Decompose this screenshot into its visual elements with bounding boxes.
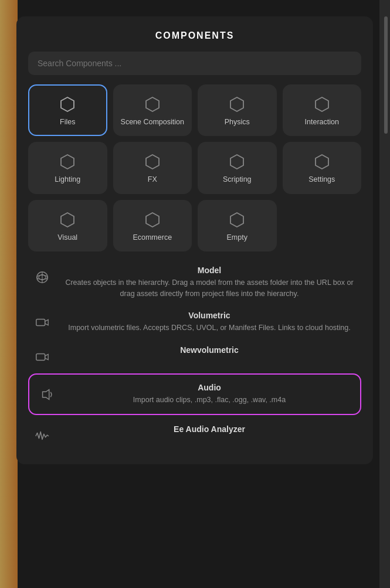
- model-desc: Creates objects in the hierarchy. Drag a…: [61, 277, 358, 300]
- waveform-icon: [32, 426, 53, 447]
- category-empty-label: Empty: [227, 233, 247, 242]
- svg-marker-9: [146, 213, 159, 227]
- category-scene-composition-label: Scene Composition: [121, 117, 184, 127]
- category-lighting[interactable]: Lighting: [28, 142, 107, 193]
- category-interaction[interactable]: Interaction: [283, 84, 362, 136]
- hexagon-icon: [59, 212, 76, 228]
- category-visual-label: Visual: [57, 233, 77, 242]
- category-physics[interactable]: Physics: [198, 84, 277, 136]
- components-panel: COMPONENTS Files Scene Composition Physi…: [16, 16, 373, 464]
- svg-marker-6: [230, 155, 243, 169]
- hexagon-icon: [229, 96, 245, 113]
- category-scripting[interactable]: Scripting: [198, 142, 277, 193]
- search-input[interactable]: [28, 52, 361, 75]
- category-visual[interactable]: Visual: [28, 200, 107, 251]
- category-physics-label: Physics: [225, 117, 250, 127]
- hexagon-icon: [59, 154, 76, 170]
- grid-placeholder: [283, 200, 362, 251]
- svg-marker-1: [146, 97, 159, 111]
- category-ecommerce[interactable]: Ecommerce: [113, 200, 192, 251]
- category-scripting-label: Scripting: [223, 175, 252, 184]
- component-model[interactable]: Model Creates objects in the hierarchy. …: [28, 260, 361, 305]
- panel-title: COMPONENTS: [28, 30, 361, 41]
- hexagon-icon: [229, 154, 245, 170]
- svg-marker-2: [230, 97, 243, 111]
- svg-marker-10: [230, 213, 243, 227]
- audio-desc: Import audio clips, .mp3, .flac, .ogg, .…: [66, 395, 353, 406]
- model-icon: [32, 267, 53, 288]
- category-settings[interactable]: Settings: [283, 142, 362, 193]
- category-empty[interactable]: Empty: [198, 200, 277, 251]
- category-fx[interactable]: FX: [113, 142, 192, 193]
- component-list: Model Creates objects in the hierarchy. …: [28, 260, 361, 453]
- component-audio[interactable]: Audio Import audio clips, .mp3, .flac, .…: [28, 373, 361, 415]
- scrollbar[interactable]: [384, 16, 388, 134]
- svg-marker-7: [316, 155, 328, 169]
- volumetric-name: Volumetric: [61, 311, 358, 320]
- model-name: Model: [61, 266, 358, 275]
- hexagon-icon: [314, 154, 330, 170]
- svg-rect-13: [36, 320, 45, 326]
- volumetric-desc: Import volumetric files. Accepts DRCS, U…: [61, 322, 358, 334]
- component-volumetric[interactable]: Volumetric Import volumetric files. Acce…: [28, 305, 361, 339]
- svg-marker-3: [316, 97, 328, 111]
- hexagon-icon: [144, 154, 161, 170]
- svg-marker-0: [61, 97, 74, 111]
- component-newvolumetric[interactable]: Newvolumetric: [28, 339, 361, 373]
- category-grid-row2: Lighting FX Scripting Settings: [28, 142, 361, 193]
- video-icon-2: [32, 346, 53, 368]
- category-files-label: Files: [60, 117, 75, 127]
- category-lighting-label: Lighting: [55, 175, 80, 184]
- hexagon-icon: [229, 212, 245, 228]
- ee-audio-analyzer-name: Ee Audio Analyzer: [61, 424, 358, 434]
- video-icon: [32, 312, 53, 333]
- svg-marker-15: [43, 390, 49, 400]
- category-settings-label: Settings: [308, 175, 335, 184]
- svg-marker-4: [61, 155, 74, 169]
- hexagon-icon: [314, 96, 330, 113]
- category-files[interactable]: Files: [28, 84, 107, 136]
- category-grid-row3: Visual Ecommerce Empty: [28, 200, 361, 251]
- hexagon-icon: [59, 96, 76, 113]
- audio-name: Audio: [66, 383, 353, 392]
- hexagon-icon: [144, 96, 161, 113]
- hexagon-icon: [144, 212, 161, 228]
- background-left: [0, 0, 18, 588]
- category-interaction-label: Interaction: [305, 117, 339, 127]
- category-grid-row1: Files Scene Composition Physics Interact…: [28, 84, 361, 136]
- newvolumetric-name: Newvolumetric: [61, 345, 358, 355]
- category-ecommerce-label: Ecommerce: [133, 233, 172, 242]
- svg-rect-14: [36, 354, 45, 360]
- svg-marker-5: [146, 155, 159, 169]
- audio-icon: [36, 384, 57, 405]
- category-fx-label: FX: [148, 175, 157, 184]
- component-ee-audio-analyzer[interactable]: Ee Audio Analyzer: [28, 419, 361, 453]
- category-scene-composition[interactable]: Scene Composition: [113, 84, 192, 136]
- svg-marker-8: [61, 213, 74, 227]
